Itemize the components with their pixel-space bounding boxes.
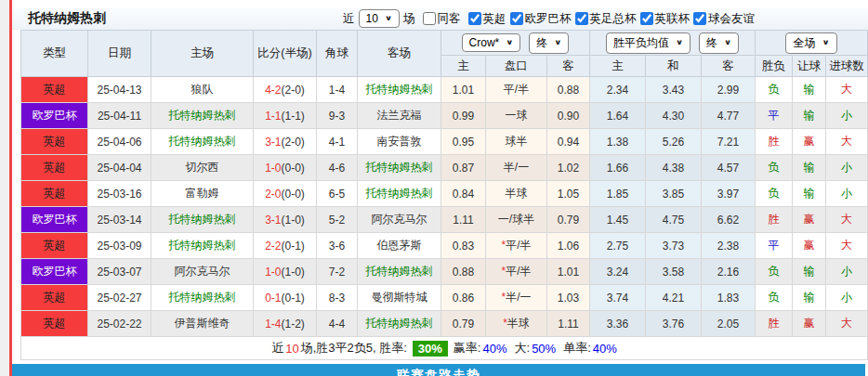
- avg-away-cell: 2.05: [702, 311, 756, 337]
- away-team[interactable]: 托特纳姆热刺: [358, 311, 441, 337]
- away-team[interactable]: 托特纳姆热刺: [358, 259, 441, 285]
- league-filter-checkbox[interactable]: [510, 12, 523, 25]
- league-filter: 英超: [465, 11, 506, 27]
- result-wdl-cell: 胜: [756, 129, 793, 155]
- home-team[interactable]: 托特纳姆热刺: [151, 233, 254, 259]
- avg-type-select[interactable]: 胜平负均值∨: [606, 32, 690, 54]
- league-filter: 英足总杯: [572, 11, 637, 27]
- avg-home-cell: 1.64: [590, 103, 646, 129]
- away-team[interactable]: 曼彻斯特城: [358, 285, 441, 311]
- match-row: 英超 25-02-22 伊普斯维奇 1-4(1-2) 4-4 托特纳姆热刺 0.…: [21, 311, 868, 337]
- league-filter-label: 英超: [483, 11, 506, 27]
- odds-away-cell: 0.79: [547, 207, 590, 233]
- chevron-down-icon: ∨: [506, 39, 513, 46]
- avg-state-select[interactable]: 终∨: [699, 32, 739, 54]
- handicap-cell: 球半: [486, 129, 547, 155]
- handicap-cell: 一球: [486, 103, 547, 129]
- league-filter: 球会友谊: [690, 11, 755, 27]
- result-goals-cell: 小: [826, 103, 868, 129]
- home-team[interactable]: 狼队: [151, 77, 254, 103]
- col-header-corner: 角球: [317, 31, 358, 77]
- home-team[interactable]: 托特纳姆热刺: [151, 285, 254, 311]
- home-team[interactable]: 切尔西: [151, 155, 254, 181]
- odds-home-cell: 0.87: [441, 155, 486, 181]
- avg-home-cell: 3.24: [590, 259, 646, 285]
- score-cell: 0-1(0-1): [254, 285, 317, 311]
- home-team[interactable]: 托特纳姆热刺: [151, 207, 254, 233]
- same-away-checkbox[interactable]: [423, 12, 436, 25]
- league-filter-checkbox[interactable]: [640, 12, 653, 25]
- away-team[interactable]: 法兰克福: [358, 103, 441, 129]
- col-header-odds-home: 主: [441, 56, 486, 77]
- result-wdl-cell: 平: [756, 103, 793, 129]
- date-cell: 25-02-27: [88, 285, 151, 311]
- odds-home-cell: 0.79: [441, 311, 486, 337]
- big-value: 50%: [532, 342, 556, 356]
- odds-home-cell: 1.11: [441, 207, 486, 233]
- away-team[interactable]: 阿尔克马尔: [358, 207, 441, 233]
- scope-select[interactable]: 全场∨: [785, 32, 836, 54]
- league-filter-checkbox[interactable]: [575, 12, 588, 25]
- league-filter-label: 英足总杯: [590, 11, 637, 27]
- handicap-cell: 一/球半: [486, 207, 547, 233]
- league-handicap-trend-bar[interactable]: 联赛盘路走势: [12, 364, 865, 376]
- handicap-cell: *平/半: [486, 233, 547, 259]
- avg-away-cell: 2.16: [702, 259, 756, 285]
- away-team[interactable]: 托特纳姆热刺: [358, 77, 441, 103]
- team-title: 托特纳姆热刺: [28, 10, 106, 27]
- avg-home-cell: 3.36: [590, 311, 646, 337]
- result-wdl-cell: 负: [756, 155, 793, 181]
- avg-home-cell: 2.34: [590, 77, 646, 103]
- handicap-cell: *半球: [486, 311, 547, 337]
- avg-draw-cell: 5.26: [646, 129, 702, 155]
- footer-bar-title: 联赛盘路走势: [397, 368, 480, 376]
- summary-near-label: 近: [271, 340, 283, 357]
- score-cell: 1-0(0-0): [254, 155, 317, 181]
- result-goals-cell: 大: [826, 233, 868, 259]
- result-goals-cell: 小: [826, 155, 868, 181]
- score-cell: 1-4(1-2): [254, 311, 317, 337]
- odds-away-cell: 0.94: [547, 129, 590, 155]
- result-goals-cell: 大: [826, 77, 868, 103]
- match-row: 英超 25-04-04 切尔西 1-0(0-0) 4-6 托特纳姆热刺 0.87…: [21, 155, 868, 181]
- result-wdl-cell: 胜: [756, 207, 793, 233]
- home-team[interactable]: 阿尔克马尔: [151, 259, 254, 285]
- away-team[interactable]: 南安普敦: [358, 129, 441, 155]
- home-team[interactable]: 托特纳姆热刺: [151, 129, 254, 155]
- league-filter-checkbox[interactable]: [468, 12, 481, 25]
- col-header-result-wdl: 胜负: [756, 56, 793, 77]
- big-label: 大:: [515, 340, 531, 357]
- odds-state-select[interactable]: 终∨: [529, 32, 569, 54]
- win-odds-label: 赢率:: [454, 340, 481, 357]
- result-handicap-cell: 输: [793, 259, 826, 285]
- odds-home-cell: 0.95: [441, 129, 486, 155]
- date-cell: 25-02-22: [88, 311, 151, 337]
- avg-home-cell: 2.75: [590, 233, 646, 259]
- summary-text: 场,胜3平2负5, 胜率:: [301, 340, 407, 357]
- avg-away-cell: 4.57: [702, 155, 756, 181]
- win-rate-badge: 30%: [413, 341, 448, 357]
- scope-group: 全场∨: [756, 31, 868, 56]
- away-team[interactable]: 托特纳姆热刺: [358, 155, 441, 181]
- league-filter-label: 球会友谊: [708, 11, 755, 27]
- avg-home-cell: 3.74: [590, 285, 646, 311]
- league-filter-checkbox[interactable]: [693, 12, 706, 25]
- avg-away-cell: 6.62: [702, 207, 756, 233]
- away-team[interactable]: 托特纳姆热刺: [358, 181, 441, 207]
- match-row: 欧罗巴杯 25-03-14 托特纳姆热刺 3-1(1-0) 5-2 阿尔克马尔 …: [21, 207, 868, 233]
- matches-count-select[interactable]: 10∨: [359, 9, 400, 28]
- odds-away-cell: 1.03: [547, 285, 590, 311]
- away-team[interactable]: 伯恩茅斯: [358, 233, 441, 259]
- home-team[interactable]: 富勒姆: [151, 181, 254, 207]
- odds-away-cell: 0.90: [547, 103, 590, 129]
- home-team[interactable]: 伊普斯维奇: [151, 311, 254, 337]
- result-handicap-cell: 输: [793, 285, 826, 311]
- chevron-down-icon: ∨: [554, 39, 561, 46]
- home-team[interactable]: 托特纳姆热刺: [151, 103, 254, 129]
- date-cell: 25-03-14: [88, 207, 151, 233]
- handicap-odds-group: Crow*∨ 终∨: [441, 31, 590, 56]
- date-cell: 25-04-11: [88, 103, 151, 129]
- result-wdl-cell: 平: [756, 233, 793, 259]
- odds-company-select[interactable]: Crow*∨: [462, 33, 521, 52]
- col-header-date: 日期: [88, 31, 151, 77]
